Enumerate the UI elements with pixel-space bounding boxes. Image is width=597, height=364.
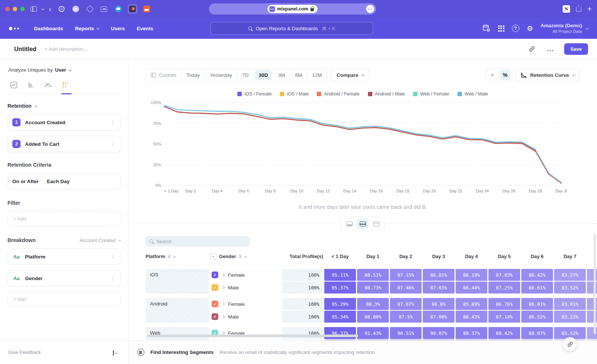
count-toggle-button[interactable]: #: [486, 69, 499, 81]
analyze-value-dropdown[interactable]: User: [55, 67, 71, 73]
tab-funnels[interactable]: [27, 81, 35, 89]
retention-step-card[interactable]: 1Account Created⋮: [7, 114, 121, 131]
save-button[interactable]: Save: [564, 43, 588, 55]
series-checkbox[interactable]: ✓: [212, 301, 218, 307]
kebab-menu-icon[interactable]: ⋮: [110, 141, 116, 147]
extension-m-icon[interactable]: m: [71, 4, 81, 14]
range-6m[interactable]: 6M: [290, 69, 307, 81]
legend-item[interactable]: Android / Female: [317, 91, 359, 97]
gender-cell[interactable]: ✓Female: [210, 269, 281, 281]
filter-add-button[interactable]: + Add: [7, 211, 121, 226]
nav-item-dashboards[interactable]: Dashboards: [29, 23, 68, 34]
new-tab-icon[interactable]: +: [587, 4, 592, 13]
day-column-header[interactable]: Day 6: [521, 254, 553, 259]
indeterminate-checkbox[interactable]: −: [210, 253, 216, 260]
expand-row-icon[interactable]: [222, 273, 225, 276]
expand-row-icon[interactable]: [222, 315, 225, 318]
extension-globe-icon[interactable]: [113, 4, 123, 14]
day-column-header[interactable]: Day 2: [390, 254, 422, 259]
criteria-on-or-after[interactable]: On or After: [12, 179, 39, 184]
table-search-input[interactable]: [156, 239, 238, 244]
legend-item[interactable]: Android / Male: [368, 91, 405, 97]
breakdown-add-button[interactable]: + Add: [7, 292, 121, 307]
range-3m[interactable]: 3M: [273, 69, 290, 81]
gender-column-header[interactable]: −Gender3: [210, 253, 281, 260]
chart-only-toggle[interactable]: [343, 219, 355, 229]
retention-criteria-card[interactable]: On or After Each Day: [7, 173, 121, 189]
global-search[interactable]: Open Reports & Dashboards ⌘ + K: [210, 22, 373, 35]
range-yesterday[interactable]: Yesterday: [205, 69, 237, 81]
mixpanel-logo-icon[interactable]: [9, 27, 19, 30]
day-column-header[interactable]: Day 1: [357, 254, 389, 259]
gender-cell[interactable]: ✓Male: [210, 311, 281, 323]
retention-step-card[interactable]: 2Added To Cart⋮: [7, 136, 121, 152]
range-today[interactable]: Today: [181, 69, 205, 81]
gender-cell[interactable]: ✓Male: [210, 282, 281, 294]
report-title[interactable]: Untitled: [14, 46, 37, 53]
project-switcher[interactable]: Amazonia {Demo} All Project Data: [541, 23, 588, 34]
range-custom[interactable]: Custom: [146, 69, 181, 81]
tab-retention[interactable]: [61, 81, 69, 89]
extension-cube-icon[interactable]: [85, 4, 95, 14]
split-view-toggle[interactable]: [357, 219, 369, 229]
legend-item[interactable]: iOS / Male: [280, 91, 309, 97]
expand-row-icon[interactable]: [222, 286, 225, 289]
vertical-scrollbar[interactable]: [594, 233, 596, 334]
copy-link-button[interactable]: [527, 44, 537, 54]
legend-item[interactable]: Web / Male: [457, 91, 488, 97]
day-column-header[interactable]: Day 5: [488, 254, 520, 259]
table-search[interactable]: [146, 236, 250, 247]
extension-target-icon[interactable]: [57, 4, 66, 14]
back-icon[interactable]: ‹: [49, 5, 51, 13]
find-segments-title[interactable]: Find Interesting Segments: [150, 349, 214, 355]
chart-type-dropdown[interactable]: Retention Curve: [516, 68, 580, 82]
percent-toggle-button[interactable]: %: [499, 69, 512, 81]
data-management-icon[interactable]: [482, 24, 491, 33]
range-30d[interactable]: 30D: [253, 69, 273, 81]
kebab-menu-icon[interactable]: ⋮: [110, 275, 116, 281]
table-only-toggle[interactable]: [370, 219, 382, 229]
day-column-header[interactable]: Day 3: [423, 254, 454, 259]
day-column-header[interactable]: Day 4: [456, 254, 487, 259]
gender-cell[interactable]: ✓Female: [210, 327, 281, 339]
series-checkbox[interactable]: ✓: [212, 284, 218, 291]
day-column-header[interactable]: Day 7: [554, 254, 586, 259]
breakdown-card[interactable]: AaPlatform⋮: [7, 248, 121, 265]
zoom-window-button[interactable]: [20, 7, 25, 11]
extension-card-icon[interactable]: [128, 4, 137, 14]
nav-item-events[interactable]: Events: [132, 23, 158, 34]
give-feedback-link[interactable]: Give Feedback: [8, 349, 41, 355]
nav-item-users[interactable]: Users: [106, 23, 129, 34]
retention-section-header[interactable]: Retention: [7, 103, 121, 109]
horizontal-scrollbar[interactable]: [147, 335, 358, 337]
more-options-button[interactable]: ...: [546, 44, 556, 54]
minimize-window-button[interactable]: [13, 7, 17, 11]
address-bar[interactable]: mixpanel.com ⋯: [209, 3, 376, 15]
range-12m[interactable]: 12M: [307, 69, 327, 81]
window-controls[interactable]: [5, 7, 25, 11]
series-checkbox[interactable]: ✓: [212, 313, 218, 320]
share-link-fab[interactable]: [563, 337, 577, 351]
browser-sidebar-icon[interactable]: [31, 6, 37, 12]
settings-gear-icon[interactable]: ⚙: [527, 25, 533, 32]
kebab-menu-icon[interactable]: ⋮: [110, 254, 116, 260]
address-more-icon[interactable]: ⋯: [366, 5, 374, 13]
day-column-header[interactable]: < 1 Day: [324, 254, 356, 259]
gender-cell[interactable]: ✓Female: [210, 298, 281, 310]
close-window-button[interactable]: [5, 7, 10, 11]
legend-item[interactable]: Web / Female: [413, 91, 449, 97]
tab-flows[interactable]: [44, 81, 52, 89]
tab-insights[interactable]: [10, 81, 18, 89]
kebab-menu-icon[interactable]: ⋮: [110, 119, 116, 125]
collapse-sidebar-icon[interactable]: |←: [113, 349, 120, 355]
apps-grid-icon[interactable]: [498, 25, 504, 32]
range-7d[interactable]: 7D: [237, 69, 253, 81]
share-icon[interactable]: [576, 7, 581, 12]
breakdown-scope-dropdown[interactable]: Account Created: [79, 238, 121, 243]
chevron-down-icon[interactable]: [41, 7, 44, 10]
nav-item-reports[interactable]: Reports: [71, 23, 103, 34]
criteria-each-day[interactable]: Each Day: [47, 179, 70, 184]
expand-row-icon[interactable]: [222, 302, 225, 305]
extension-soundcloud-icon[interactable]: [142, 4, 151, 14]
compare-button[interactable]: Compare: [331, 68, 370, 82]
